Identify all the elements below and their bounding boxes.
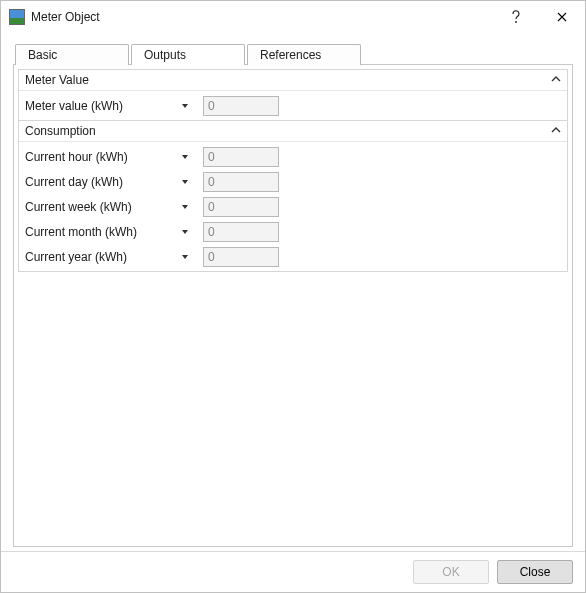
section-header-consumption[interactable]: Consumption [19,121,567,141]
dialog-body: Basic Outputs References Meter Value Met… [1,33,585,551]
titlebar: Meter Object [1,1,585,33]
current-month-dropdown[interactable] [175,228,195,236]
section-consumption: Consumption Current hour (kWh) Current d… [18,121,568,272]
chevron-down-icon [181,203,189,211]
row-current-year: Current year (kWh) [23,244,563,269]
section-header-meter-value[interactable]: Meter Value [19,70,567,90]
close-window-button[interactable] [539,1,585,33]
current-week-dropdown[interactable] [175,203,195,211]
current-hour-field [203,147,279,167]
tab-panel: Meter Value Meter value (kWh) Consumptio… [13,64,573,547]
meter-value-label: Meter value (kWh) [23,99,175,113]
row-current-week: Current week (kWh) [23,194,563,219]
help-icon [511,10,521,24]
row-current-day: Current day (kWh) [23,169,563,194]
collapse-icon [551,124,561,138]
ok-button: OK [413,560,489,584]
section-title: Meter Value [25,73,551,87]
current-hour-dropdown[interactable] [175,153,195,161]
current-week-label: Current week (kWh) [23,200,175,214]
chevron-down-icon [181,228,189,236]
app-icon [9,9,25,25]
current-month-field [203,222,279,242]
meter-value-dropdown[interactable] [175,102,195,110]
section-title: Consumption [25,124,551,138]
tab-references[interactable]: References [247,44,361,65]
current-week-field [203,197,279,217]
close-icon [557,12,567,22]
tabstrip: Basic Outputs References [13,41,573,65]
current-day-dropdown[interactable] [175,178,195,186]
current-hour-label: Current hour (kWh) [23,150,175,164]
row-current-month: Current month (kWh) [23,219,563,244]
current-day-field [203,172,279,192]
svg-point-0 [515,21,517,23]
current-year-dropdown[interactable] [175,253,195,261]
chevron-down-icon [181,253,189,261]
current-year-field [203,247,279,267]
row-current-hour: Current hour (kWh) [23,144,563,169]
section-body-consumption: Current hour (kWh) Current day (kWh) Cur… [19,141,567,271]
help-button[interactable] [493,1,539,33]
current-month-label: Current month (kWh) [23,225,175,239]
chevron-down-icon [181,153,189,161]
current-year-label: Current year (kWh) [23,250,175,264]
chevron-down-icon [181,178,189,186]
current-day-label: Current day (kWh) [23,175,175,189]
section-meter-value: Meter Value Meter value (kWh) [18,69,568,121]
window-title: Meter Object [31,10,100,24]
row-meter-value: Meter value (kWh) [23,93,563,118]
chevron-down-icon [181,102,189,110]
tab-basic[interactable]: Basic [15,44,129,65]
dialog-footer: OK Close [1,551,585,592]
tab-outputs[interactable]: Outputs [131,44,245,65]
section-body-meter-value: Meter value (kWh) [19,90,567,120]
meter-value-field [203,96,279,116]
collapse-icon [551,73,561,87]
close-button[interactable]: Close [497,560,573,584]
